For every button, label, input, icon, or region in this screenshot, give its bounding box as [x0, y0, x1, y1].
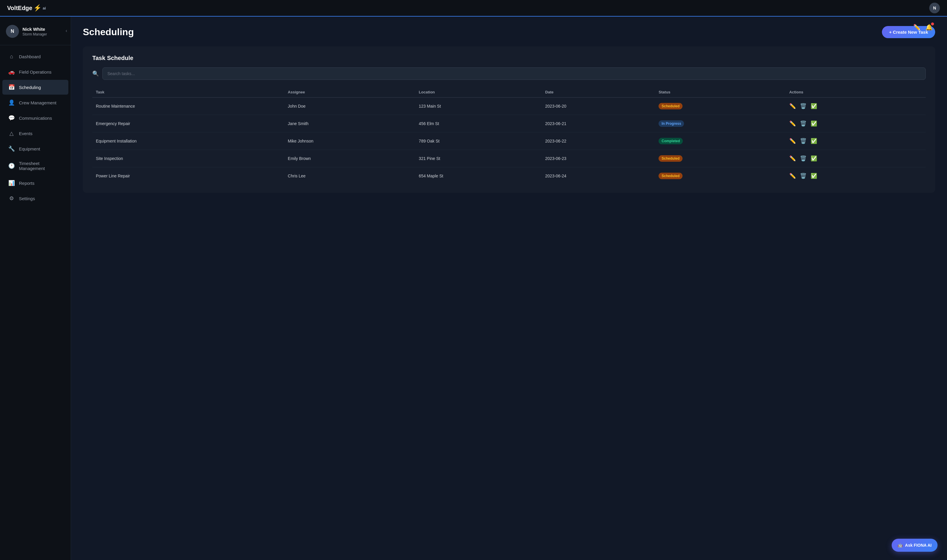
cell-actions: ✏️🗑️✅ [786, 167, 926, 185]
delete-button[interactable]: 🗑️ [800, 155, 807, 162]
complete-button[interactable]: ✅ [811, 155, 817, 162]
ask-fiona-button[interactable]: 🤖 Ask FIONA AI [891, 539, 938, 552]
sidebar-item-label-reports: Reports [19, 181, 35, 186]
main-top-icons: ✏️ 🔔 [913, 24, 933, 31]
cell-assignee: Mike Johnson [284, 132, 415, 150]
dashboard-icon: ⌂ [8, 54, 15, 60]
search-input[interactable] [102, 68, 926, 80]
scheduling-icon: 📅 [8, 84, 15, 91]
cell-status: Scheduled [655, 150, 785, 167]
notification-badge [931, 23, 934, 25]
cell-task: Equipment Installation [92, 132, 284, 150]
col-header-assignee: Assignee [284, 87, 415, 98]
edit-button[interactable]: ✏️ [789, 103, 796, 109]
delete-button[interactable]: 🗑️ [800, 173, 807, 179]
sidebar-item-communications[interactable]: 💬Communications [2, 111, 68, 125]
complete-button[interactable]: ✅ [811, 138, 817, 144]
fiona-icon: 🤖 [898, 543, 902, 548]
settings-icon: ⚙ [8, 195, 15, 202]
sidebar-item-crew-management[interactable]: 👤Crew Management [2, 95, 68, 110]
cell-status: In Progress [655, 115, 785, 132]
main-content: ✏️ 🔔 Scheduling + Create New Task Task S… [71, 17, 947, 560]
sidebar-item-label-communications: Communications [19, 115, 52, 121]
edit-button[interactable]: ✏️ [789, 155, 796, 162]
action-icons-group: ✏️🗑️✅ [789, 120, 922, 127]
table-row: Emergency RepairJane Smith456 Elm St2023… [92, 115, 926, 132]
action-icons-group: ✏️🗑️✅ [789, 103, 922, 109]
edit-button[interactable]: ✏️ [789, 138, 796, 144]
table-body: Routine MaintenanceJohn Doe123 Main St20… [92, 98, 926, 185]
table-row: Site InspectionEmily Brown321 Pine St202… [92, 150, 926, 167]
delete-button[interactable]: 🗑️ [800, 138, 807, 144]
sidebar: N Nick White Storm Manager ‹ ⌂Dashboard🚗… [0, 17, 71, 560]
cell-assignee: Chris Lee [284, 167, 415, 185]
status-badge: Completed [659, 138, 683, 144]
action-icons-group: ✏️🗑️✅ [789, 155, 922, 162]
reports-icon: 📊 [8, 180, 15, 186]
notification-button[interactable]: 🔔 [925, 24, 933, 31]
profile-role: Storm Manager [23, 32, 65, 36]
sidebar-item-reports[interactable]: 📊Reports [2, 175, 68, 191]
cell-date: 2023-06-22 [542, 132, 655, 150]
status-badge: Scheduled [659, 155, 683, 162]
cell-assignee: Jane Smith [284, 115, 415, 132]
logo-text: VoltEdge [7, 5, 32, 12]
cell-location: 456 Elm St [415, 115, 542, 132]
communications-icon: 💬 [8, 115, 15, 121]
topbar: VoltEdge ⚡ ai N [0, 0, 947, 17]
fiona-label: Ask FIONA AI [905, 543, 932, 548]
edit-button[interactable]: ✏️ [789, 173, 796, 179]
cell-date: 2023-06-23 [542, 150, 655, 167]
cell-date: 2023-06-20 [542, 98, 655, 115]
table-row: Equipment InstallationMike Johnson789 Oa… [92, 132, 926, 150]
sidebar-navigation: ⌂Dashboard🚗Field Operations📅Scheduling👤C… [0, 45, 71, 560]
cell-task: Power Line Repair [92, 167, 284, 185]
sidebar-item-field-operations[interactable]: 🚗Field Operations [2, 65, 68, 79]
main-header: Scheduling + Create New Task [83, 26, 935, 38]
crew-management-icon: 👤 [8, 99, 15, 106]
action-icons-group: ✏️🗑️✅ [789, 138, 922, 144]
complete-button[interactable]: ✅ [811, 103, 817, 109]
cell-status: Scheduled [655, 98, 785, 115]
delete-button[interactable]: 🗑️ [800, 103, 807, 109]
sidebar-item-label-field-operations: Field Operations [19, 69, 51, 74]
logo-ai-suffix: ai [43, 6, 46, 10]
sidebar-item-label-timesheet-management: Timesheet Management [19, 161, 62, 171]
status-badge: Scheduled [659, 173, 683, 179]
profile-info: Nick White Storm Manager [23, 27, 65, 36]
sidebar-item-events[interactable]: △Events [2, 126, 68, 141]
cell-task: Site Inspection [92, 150, 284, 167]
pencil-button[interactable]: ✏️ [913, 24, 921, 31]
cell-location: 123 Main St [415, 98, 542, 115]
col-header-location: Location [415, 87, 542, 98]
sidebar-item-timesheet-management[interactable]: 🕐Timesheet Management [2, 157, 68, 175]
equipment-icon: 🔧 [8, 145, 15, 152]
sidebar-item-dashboard[interactable]: ⌂Dashboard [2, 49, 68, 64]
delete-button[interactable]: 🗑️ [800, 120, 807, 127]
app-logo: VoltEdge ⚡ ai [7, 4, 46, 12]
cell-status: Scheduled [655, 167, 785, 185]
app-body: N Nick White Storm Manager ‹ ⌂Dashboard🚗… [0, 17, 947, 560]
complete-button[interactable]: ✅ [811, 173, 817, 179]
timesheet-management-icon: 🕐 [8, 163, 15, 169]
table-row: Routine MaintenanceJohn Doe123 Main St20… [92, 98, 926, 115]
status-badge: Scheduled [659, 103, 683, 109]
logo-bolt-icon: ⚡ [34, 4, 42, 12]
task-schedule-card: Task Schedule 🔍 TaskAssigneeLocationDate… [83, 46, 935, 193]
table-header: TaskAssigneeLocationDateStatusActions [92, 87, 926, 98]
sidebar-item-label-settings: Settings [19, 196, 35, 201]
cell-location: 654 Maple St [415, 167, 542, 185]
col-header-status: Status [655, 87, 785, 98]
complete-button[interactable]: ✅ [811, 120, 817, 127]
col-header-date: Date [542, 87, 655, 98]
table-row: Power Line RepairChris Lee654 Maple St20… [92, 167, 926, 185]
sidebar-collapse-button[interactable]: ‹ [66, 28, 67, 34]
sidebar-item-scheduling[interactable]: 📅Scheduling [2, 80, 68, 95]
topbar-avatar[interactable]: N [929, 3, 940, 13]
sidebar-item-equipment[interactable]: 🔧Equipment [2, 142, 68, 156]
edit-button[interactable]: ✏️ [789, 120, 796, 127]
status-badge: In Progress [659, 120, 684, 127]
cell-location: 789 Oak St [415, 132, 542, 150]
page-title: Scheduling [83, 27, 134, 38]
sidebar-item-settings[interactable]: ⚙Settings [2, 191, 68, 206]
